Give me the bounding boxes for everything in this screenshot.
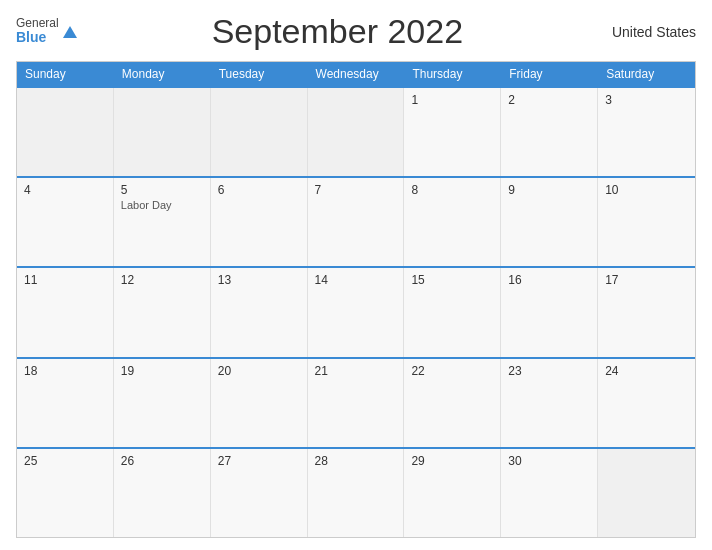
day-cell-w5-d3: 27 [211,449,308,537]
day-cell-w5-d6: 30 [501,449,598,537]
day-number: 14 [315,273,397,287]
day-cell-w5-d5: 29 [404,449,501,537]
week-row-5: 252627282930 [17,447,695,537]
day-number: 25 [24,454,106,468]
day-number: 4 [24,183,106,197]
day-number: 29 [411,454,493,468]
day-number: 23 [508,364,590,378]
day-cell-w4-d7: 24 [598,359,695,447]
day-number: 12 [121,273,203,287]
day-cell-w1-d7: 3 [598,88,695,176]
day-number: 22 [411,364,493,378]
day-number: 8 [411,183,493,197]
day-event: Labor Day [121,199,203,211]
day-number: 13 [218,273,300,287]
week-row-1: 123 [17,86,695,176]
day-cell-w1-d1 [17,88,114,176]
day-cell-w3-d4: 14 [308,268,405,356]
day-number: 2 [508,93,590,107]
day-header-saturday: Saturday [598,62,695,86]
day-cell-w4-d4: 21 [308,359,405,447]
week-row-2: 45Labor Day678910 [17,176,695,266]
day-number: 9 [508,183,590,197]
day-cell-w3-d7: 17 [598,268,695,356]
day-cell-w1-d3 [211,88,308,176]
day-number: 3 [605,93,688,107]
day-number: 17 [605,273,688,287]
day-number: 11 [24,273,106,287]
day-number: 10 [605,183,688,197]
week-row-4: 18192021222324 [17,357,695,447]
day-cell-w5-d4: 28 [308,449,405,537]
day-number: 18 [24,364,106,378]
week-row-3: 11121314151617 [17,266,695,356]
day-cell-w4-d2: 19 [114,359,211,447]
day-cell-w2-d3: 6 [211,178,308,266]
day-cell-w3-d2: 12 [114,268,211,356]
day-header-wednesday: Wednesday [308,62,405,86]
day-cell-w4-d5: 22 [404,359,501,447]
day-number: 21 [315,364,397,378]
day-number: 1 [411,93,493,107]
country-label: United States [596,24,696,40]
day-number: 30 [508,454,590,468]
day-number: 6 [218,183,300,197]
logo-blue-text: Blue [16,30,59,45]
day-cell-w3-d6: 16 [501,268,598,356]
day-cell-w3-d3: 13 [211,268,308,356]
logo: General Blue [16,17,79,46]
logo-icon [61,24,79,42]
day-cell-w2-d7: 10 [598,178,695,266]
day-cell-w4-d1: 18 [17,359,114,447]
svg-marker-0 [63,26,77,38]
day-cell-w2-d2: 5Labor Day [114,178,211,266]
day-cell-w5-d7 [598,449,695,537]
day-number: 7 [315,183,397,197]
day-header-sunday: Sunday [17,62,114,86]
day-number: 26 [121,454,203,468]
calendar-grid: Sunday Monday Tuesday Wednesday Thursday… [16,61,696,538]
calendar-title: September 2022 [79,12,596,51]
day-cell-w1-d5: 1 [404,88,501,176]
header: General Blue September 2022 United State… [16,12,696,51]
day-cell-w2-d6: 9 [501,178,598,266]
day-header-tuesday: Tuesday [211,62,308,86]
day-cell-w1-d2 [114,88,211,176]
day-cell-w1-d4 [308,88,405,176]
day-number: 24 [605,364,688,378]
day-header-thursday: Thursday [404,62,501,86]
day-cell-w2-d4: 7 [308,178,405,266]
calendar-container: General Blue September 2022 United State… [0,0,712,550]
day-header-monday: Monday [114,62,211,86]
day-cell-w2-d1: 4 [17,178,114,266]
day-cell-w5-d1: 25 [17,449,114,537]
day-number: 27 [218,454,300,468]
day-cell-w5-d2: 26 [114,449,211,537]
day-number: 15 [411,273,493,287]
day-cell-w3-d5: 15 [404,268,501,356]
day-cell-w4-d3: 20 [211,359,308,447]
day-number: 28 [315,454,397,468]
day-cell-w3-d1: 11 [17,268,114,356]
day-number: 19 [121,364,203,378]
days-header: Sunday Monday Tuesday Wednesday Thursday… [17,62,695,86]
day-number: 5 [121,183,203,197]
day-cell-w2-d5: 8 [404,178,501,266]
day-header-friday: Friday [501,62,598,86]
day-number: 20 [218,364,300,378]
day-cell-w4-d6: 23 [501,359,598,447]
day-number: 16 [508,273,590,287]
day-cell-w1-d6: 2 [501,88,598,176]
